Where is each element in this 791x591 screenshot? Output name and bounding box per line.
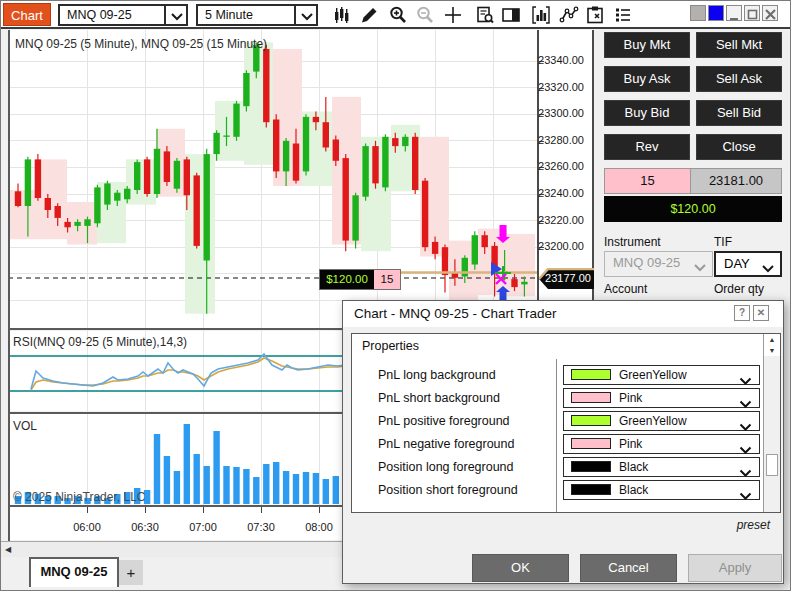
tab-mnq-09-25[interactable]: MNQ 09-25 <box>29 557 119 587</box>
data-series-icon[interactable] <box>611 3 635 27</box>
price-axis-label: 23320.00 <box>538 81 584 93</box>
dialog-titlebar[interactable]: Chart - MNQ 09-25 - Chart Trader ? ✕ <box>343 301 783 327</box>
help-button[interactable]: ? <box>734 305 750 321</box>
add-tab-button[interactable]: + <box>119 560 143 585</box>
property-row: PnL long backgroundGreenYellow <box>352 364 772 387</box>
property-value-dropdown[interactable]: Black <box>563 457 760 477</box>
crosshair-icon[interactable] <box>441 3 465 27</box>
strategies-icon[interactable] <box>557 3 581 27</box>
property-value: Pink <box>619 391 642 405</box>
property-value-dropdown[interactable]: Black <box>563 480 760 500</box>
position-pnl-value: $120.00 <box>320 270 374 289</box>
apply-button[interactable]: Apply <box>688 554 782 582</box>
preset-link[interactable]: preset <box>737 518 770 532</box>
property-value-dropdown[interactable]: Pink <box>563 434 760 454</box>
property-row: PnL short backgroundPink <box>352 387 772 410</box>
property-value-dropdown[interactable]: Pink <box>563 388 760 408</box>
property-value: GreenYellow <box>619 414 687 428</box>
properties-scrollbar[interactable]: ▲ ▼ <box>763 334 780 512</box>
ok-button[interactable]: OK <box>472 554 569 582</box>
position-price-cell: 23181.00 <box>691 168 782 194</box>
indicators-icon[interactable] <box>529 3 553 27</box>
property-label: Position short foreground <box>378 483 518 497</box>
property-row: PnL negative foregroundPink <box>352 433 772 456</box>
buy-bid-button[interactable]: Buy Bid <box>604 100 690 126</box>
buy-ask-button[interactable]: Buy Ask <box>604 66 690 92</box>
property-value-dropdown[interactable]: GreenYellow <box>563 411 760 431</box>
last-price-value: 23177.00 <box>545 272 591 284</box>
time-axis-label: 06:00 <box>65 521 109 533</box>
chart-trader-icon[interactable] <box>499 3 523 27</box>
sell-bid-button[interactable]: Sell Bid <box>696 100 782 126</box>
price-axis-label: 23340.00 <box>538 54 584 66</box>
color-swatch <box>571 438 611 449</box>
price-axis-label: 23200.00 <box>538 240 584 252</box>
tif-select[interactable]: DAY <box>714 251 782 277</box>
instrument-select-disabled: MNQ 09-25 <box>604 251 713 277</box>
time-axis-label: 07:00 <box>181 521 225 533</box>
instrument-combo[interactable]: MNQ 09-25 <box>58 4 188 26</box>
maximize-button[interactable] <box>744 5 760 21</box>
scroll-left-icon[interactable]: ◀ <box>5 545 11 554</box>
dialog-title: Chart - MNQ 09-25 - Chart Trader <box>354 306 557 321</box>
close-button[interactable]: Close <box>696 134 782 160</box>
zoom-out-icon <box>413 3 437 27</box>
instrument-combo-value: MNQ 09-25 <box>67 6 132 24</box>
property-label: PnL long background <box>378 368 496 382</box>
data-box-icon[interactable] <box>473 3 497 27</box>
cancel-button[interactable]: Cancel <box>580 554 677 582</box>
property-row: PnL positive foregroundGreenYellow <box>352 410 772 433</box>
property-row: Position short foregroundBlack <box>352 479 772 502</box>
drawing-tools-icon[interactable] <box>357 3 381 27</box>
property-row: Position long foregroundBlack <box>352 456 772 479</box>
interval-link-button[interactable] <box>708 5 724 21</box>
scrollbar-thumb[interactable] <box>766 454 778 476</box>
position-qty-value: 15 <box>374 270 400 289</box>
property-value: Black <box>619 483 648 497</box>
scroll-up-icon[interactable]: ▲ <box>764 334 780 345</box>
properties-section: Properties PnL long backgroundGreenYello… <box>351 333 781 513</box>
chart-menu-button[interactable]: Chart <box>3 3 51 26</box>
properties-icon[interactable] <box>583 3 607 27</box>
copyright-text: © 2025 NinjaTrader, LLC <box>13 490 145 504</box>
ninjatrader-chart-window: Chart MNQ 09-25 5 Minute MNQ 09-25 (5 Mi… <box>0 0 791 591</box>
chevron-down-icon <box>294 6 316 24</box>
price-axis-label: 23260.00 <box>538 160 584 172</box>
time-axis-label: 06:30 <box>123 521 167 533</box>
chevron-down-icon <box>693 260 707 275</box>
close-button[interactable] <box>762 5 778 21</box>
instrument-label: Instrument <box>604 235 661 249</box>
properties-section-header: Properties <box>362 339 419 353</box>
color-swatch <box>571 461 611 472</box>
rsi-indicator-label: RSI(MNQ 09-25 (5 Minute),14,3) <box>13 335 187 349</box>
toolbar: Chart MNQ 09-25 5 Minute <box>1 1 791 29</box>
property-label: PnL short background <box>378 391 500 405</box>
instrument-link-button[interactable] <box>690 5 706 21</box>
zoom-in-icon[interactable] <box>386 3 410 27</box>
candlestick-style-icon[interactable] <box>329 3 353 27</box>
buy-mkt-button[interactable]: Buy Mkt <box>604 32 690 58</box>
property-label: PnL positive foreground <box>378 414 510 428</box>
time-axis-label: 08:00 <box>297 521 341 533</box>
dialog-close-button[interactable]: ✕ <box>753 305 769 321</box>
last-price-marker: 23177.00 <box>539 268 594 290</box>
property-value: Black <box>619 460 648 474</box>
price-axis-label: 23220.00 <box>538 214 584 226</box>
rev-button[interactable]: Rev <box>604 134 690 160</box>
color-swatch <box>571 369 611 380</box>
price-axis-label: 23240.00 <box>538 187 584 199</box>
scroll-down-icon[interactable]: ▼ <box>764 345 780 356</box>
sell-ask-button[interactable]: Sell Ask <box>696 66 782 92</box>
color-swatch <box>571 484 611 495</box>
period-combo[interactable]: 5 Minute <box>196 4 318 26</box>
minimize-button[interactable] <box>726 5 742 21</box>
account-label: Account <box>604 282 647 296</box>
property-value-dropdown[interactable]: GreenYellow <box>563 365 760 385</box>
time-axis-label: 07:30 <box>239 521 283 533</box>
order-qty-label: Order qty <box>714 282 764 296</box>
position-qty-cell: 15 <box>604 168 691 194</box>
chart-trader-properties-dialog: Chart - MNQ 09-25 - Chart Trader ? ✕ Pro… <box>342 300 784 584</box>
position-pnl-tag[interactable]: $120.00 15 <box>319 269 401 290</box>
sell-mkt-button[interactable]: Sell Mkt <box>696 32 782 58</box>
property-value: Pink <box>619 437 642 451</box>
